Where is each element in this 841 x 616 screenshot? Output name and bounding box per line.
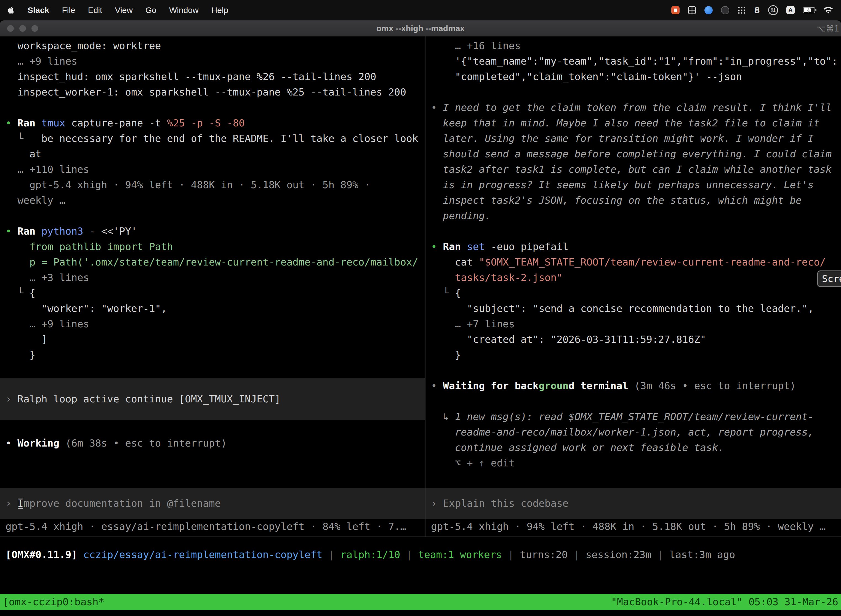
minimize-button[interactable] (19, 25, 26, 32)
terminal-line (0, 208, 425, 224)
terminal-line: ] (0, 332, 425, 347)
terminal-line: readme-and-reco/mailbox/worker-1.json, a… (425, 424, 841, 440)
terminal-line: "subject": "send a concise recommendatio… (425, 301, 841, 316)
screen-recording-icon[interactable] (671, 6, 680, 14)
terminal-line (0, 363, 425, 378)
terminal-line: inspect_hud: omx sparkshell --tmux-pane … (0, 69, 425, 84)
right-pane: … +16 lines '{"team_name":"my-team","tas… (425, 37, 841, 537)
terminal-line: keep that in mind. Maybe I also need the… (425, 115, 841, 131)
terminal-line: • Ran set -euo pipefail (425, 239, 841, 254)
terminal-line: } (0, 347, 425, 363)
screen-capture-overlay[interactable]: Scre (817, 270, 841, 287)
terminal-line: } (425, 347, 841, 363)
terminal-line: gpt-5.4 xhigh · 94% left · 488K in · 5.1… (0, 177, 425, 193)
terminal-line: at (0, 146, 425, 162)
terminal-line: cat "$OMX_TEAM_STATE_ROOT/team/review-cu… (425, 254, 841, 270)
macos-menu-bar: Slack File Edit View Go Window Help (0, 0, 841, 21)
left-pane-output: workspace_mode: worktree … +9 lines insp… (0, 38, 425, 378)
terminal-line (0, 100, 425, 115)
menu-help[interactable]: Help (211, 6, 229, 15)
ralph-loop-band: › Ralph loop active continue [OMX_TMUX_I… (0, 378, 425, 420)
terminal-line (0, 420, 425, 436)
ralph-loop-text: › Ralph loop active continue [OMX_TMUX_I… (0, 392, 425, 407)
terminal-line (425, 363, 841, 378)
terminal-line: … +110 lines (0, 162, 425, 177)
terminal-line: … +9 lines (0, 316, 425, 332)
left-prompt-input[interactable]: › Improve documentation in @filename (0, 496, 425, 511)
omx-hud: [OMX#0.11.9] cczip/essay/ai-reimplementa… (0, 537, 841, 594)
terminal-line: weekly … (0, 193, 425, 208)
apple-icon[interactable] (8, 6, 15, 14)
terminal-panes: workspace_mode: worktree … +9 lines insp… (0, 37, 841, 537)
terminal-line: └ be necessary for the end of the README… (0, 131, 425, 146)
zoom-button[interactable] (31, 25, 38, 32)
glyph-8-icon[interactable]: 8 (754, 6, 760, 15)
terminal-line: └ { (425, 285, 841, 301)
left-prompt-band[interactable]: › Improve documentation in @filename (0, 488, 425, 519)
terminal-line: should send a message before completing … (425, 146, 841, 162)
terminal-line: • I need to get the claim token from the… (425, 100, 841, 115)
window-title-bar: omx --xhigh --madmax ⌥⌘1 (0, 21, 841, 37)
terminal-line: task2 after task1 is complete, but can I… (425, 162, 841, 177)
battery-icon[interactable] (803, 7, 815, 13)
terminal-line: • Waiting for background terminal (3m 46… (425, 378, 841, 393)
terminal-line: "worker": "worker-1", (0, 301, 425, 316)
terminal-line: inspect_worker-1: omx sparkshell --tmux-… (0, 84, 425, 100)
right-pane-status: gpt-5.4 xhigh · 94% left · 488K in · 5.1… (425, 519, 841, 534)
terminal-line: … +3 lines (0, 270, 425, 285)
terminal-line: • Ran python3 - <<'PY' (0, 224, 425, 239)
terminal-line: from pathlib import Path (0, 239, 425, 254)
tmux-status-bar: [omx-cczip0:bash* "MacBook-Pro-44.local"… (0, 594, 841, 610)
terminal-line: • Working (6m 38s • esc to interrupt) (0, 436, 425, 451)
terminal-line: ↳ 1 new msg(s): read $OMX_TEAM_STATE_ROO… (425, 409, 841, 424)
input-source-icon[interactable]: A (786, 6, 795, 14)
dots-grid-icon[interactable] (737, 6, 746, 14)
terminal-line: is in progress? It seems likely but perh… (425, 177, 841, 193)
terminal-line: … +9 lines (0, 54, 425, 69)
battery-percent-circle-icon[interactable]: 61 (768, 5, 778, 15)
menu-window[interactable]: Window (169, 6, 199, 15)
terminal-line: p = Path('.omx/state/team/review-current… (0, 254, 425, 270)
terminal-line: inspect task2's JSON, focusing on the st… (425, 193, 841, 208)
left-pane: workspace_mode: worktree … +9 lines insp… (0, 37, 425, 537)
terminal-line (425, 84, 841, 100)
terminal-line: '{"team_name":"my-team","task_id":"1","f… (425, 54, 841, 69)
tmux-session-label: [omx-cczip0:bash* (3, 594, 104, 610)
terminal-line: tasks/task-2.json" (425, 270, 841, 285)
right-pane-output: … +16 lines '{"team_name":"my-team","tas… (425, 38, 841, 471)
left-pane-working: • Working (6m 38s • esc to interrupt) (0, 420, 425, 451)
tmux-host-clock: "MacBook-Pro-44.local" 05:03 31-Mar-26 (611, 594, 838, 610)
terminal-line: … +16 lines (425, 38, 841, 54)
blue-app-icon[interactable] (705, 6, 713, 14)
terminal-line: pending. (425, 208, 841, 224)
terminal-line: … +7 lines (425, 316, 841, 332)
left-pane-status: gpt-5.4 xhigh · essay/ai-reimplementatio… (0, 519, 425, 534)
dark-app-icon[interactable] (721, 6, 729, 14)
terminal-line: ⌥ + ↑ edit (425, 455, 841, 471)
terminal-line: └ { (0, 285, 425, 301)
menu-view[interactable]: View (115, 6, 132, 15)
window-shortcut-hint: ⌥⌘1 (816, 24, 840, 34)
menu-edit[interactable]: Edit (88, 6, 103, 15)
terminal-line: workspace_mode: worktree (0, 38, 425, 54)
bottom-strip (0, 610, 841, 616)
window-title: omx --xhigh --madmax (377, 24, 464, 33)
menu-file[interactable]: File (62, 6, 75, 15)
terminal-line (425, 224, 841, 239)
terminal-line: "completed","claim_token":"claim-token"}… (425, 69, 841, 84)
terminal-line: • Ran tmux capture-pane -t %25 -p -S -80 (0, 115, 425, 131)
right-prompt-input[interactable]: › Explain this codebase (425, 496, 841, 511)
menu-app-name[interactable]: Slack (28, 6, 49, 15)
terminal-line: later. Using the same for transition mig… (425, 131, 841, 146)
menu-go[interactable]: Go (145, 6, 157, 15)
omx-status-line: [OMX#0.11.9] cczip/essay/ai-reimplementa… (0, 547, 841, 562)
right-prompt-band[interactable]: › Explain this codebase (425, 488, 841, 519)
terminal-line: continue assigned work or next feasible … (425, 440, 841, 455)
terminal-line (425, 393, 841, 409)
wifi-icon[interactable] (823, 6, 833, 14)
close-button[interactable] (7, 25, 14, 32)
terminal-line: "created_at": "2026-03-31T11:59:27.816Z" (425, 332, 841, 347)
window-grid-icon[interactable] (688, 6, 696, 14)
